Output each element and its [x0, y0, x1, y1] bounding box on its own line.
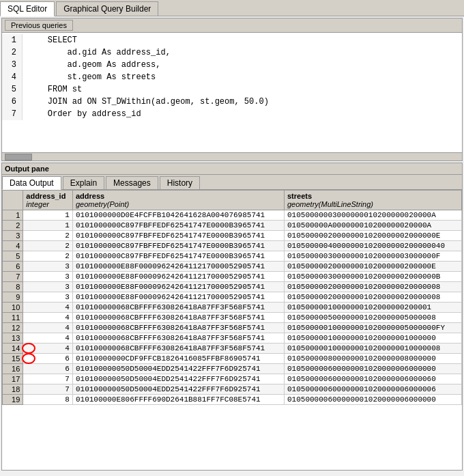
cell-address: 0101000000E88F00009624264112170000529​05… [72, 282, 284, 292]
cell-address-id: 4 [23, 303, 73, 313]
output-pane: Output pane Data Output Explain Messages… [1, 163, 463, 471]
col-header-rownum [3, 191, 23, 210]
line-text: Order by address_id [23, 108, 141, 120]
cell-address: 010100000068CBFFFF630826418A87FF3F568F57… [72, 344, 284, 354]
cell-streets: 010500000600000001020000006000000 [284, 395, 461, 405]
line-text: ad.geom As address, [23, 59, 160, 71]
cell-address: 010100000E806FFFF690D2641B881FF7FC08E574… [72, 395, 284, 405]
cell-streets: 010500000500000001020000005000008 [284, 313, 461, 323]
cell-address: 0101000000C897FBFFEDF62541747E0000B39657… [72, 231, 284, 241]
cell-address: 010100000068CBFFFF630826418A87FF3F568F57… [72, 303, 284, 313]
cell-address-id: 1 [23, 221, 73, 231]
table-row: 630101000000E88F00009624264112170000529​… [3, 262, 462, 272]
cell-address-id: 3 [23, 292, 73, 303]
row-number: 7 [3, 272, 23, 282]
line-number: 6 [2, 96, 23, 108]
cell-address: 010100000068CBFFFF630826418A87FF3F568F57… [72, 333, 284, 344]
tab-graphical-query-builder[interactable]: Graphical Query Builder [56, 1, 158, 16]
table-row: 320101000000C897FBFFEDF62541747E0000B396… [3, 231, 462, 241]
table-row: 187010100000050D50004EDD2541422FFF7F6D92… [3, 384, 462, 395]
cell-address: 0101000000E88F000096242641121700005290​5… [72, 272, 284, 282]
line-number: 7 [2, 108, 23, 120]
row-number: 13 [3, 333, 23, 344]
table-row: 420101000000C897FBFFEDF62541747E0000B396… [3, 241, 462, 251]
prev-queries-tab[interactable]: Previous queries [5, 20, 73, 31]
tab-data-output[interactable]: Data Output [2, 176, 61, 190]
row-number: 1 [3, 210, 23, 221]
tab-messages[interactable]: Messages [106, 176, 158, 189]
circle-highlight [22, 343, 35, 354]
data-table-container[interactable]: address_idintegeraddressgeometry(Point)s… [2, 190, 462, 470]
table-row: 134010100000068CBFFFF630826418A87FF3F568… [3, 333, 462, 344]
cell-address-id: 1 [23, 210, 73, 221]
cell-address-id: 4 [23, 333, 73, 344]
tab-history[interactable]: History [160, 176, 200, 189]
cell-address: 0101000000C897FBFFEDF62541747E0000B39657… [72, 241, 284, 251]
cell-streets: 010500000200000001020000002000000​8 [284, 292, 461, 303]
row-number: 8 [3, 282, 23, 292]
scrollbar-thumb[interactable] [5, 154, 32, 160]
cell-streets: 01050000010000000102000000200001 [284, 303, 461, 313]
row-number: 2 [3, 221, 23, 231]
line-text: JOIN ad ON ST_DWithin(ad.geom, st.geom, … [23, 96, 269, 108]
tab-explain[interactable]: Explain [63, 176, 104, 189]
cell-address: 01010000000CDF9FFCB182641​6085FFBF869057… [72, 354, 284, 364]
col-header-address: addressgeometry(Point) [72, 191, 284, 210]
top-tab-bar: SQL Editor Graphical Query Builder [0, 0, 464, 16]
table-row: 198010100000E806FFFF690D2641B881FF7FC08E… [3, 395, 462, 405]
cell-address-id: 6 [23, 354, 73, 364]
cell-address-id: 8 [23, 395, 73, 405]
tab-sql-editor[interactable]: SQL Editor [0, 1, 55, 16]
data-table: address_idintegeraddressgeometry(Point)s… [2, 190, 462, 405]
cell-address: 0101000000C897FBFFEDF62541747E0000B39657… [72, 251, 284, 262]
table-row: 15601010000000CDF9FFCB182641​6085FFBF869… [3, 354, 462, 364]
cell-streets: 010500000300000001020000003000000F [284, 251, 461, 262]
cell-streets: 010500000800000001020000008000000 [284, 354, 461, 364]
cell-address-id: 6 [23, 364, 73, 374]
row-number: 9 [3, 292, 23, 303]
table-row: 124010100000068CBFFFF630826418A87FF3F568… [3, 323, 462, 333]
row-number: 12 [3, 323, 23, 333]
cell-address: 0101000000E88F00009624264112170000529​05… [72, 262, 284, 272]
row-number: 5 [3, 251, 23, 262]
line-number: 1 [2, 34, 23, 46]
prev-queries-bar: Previous queries [2, 18, 462, 33]
cell-address-id: 3 [23, 282, 73, 292]
row-number: 18 [3, 384, 23, 395]
row-number: 19 [3, 395, 23, 405]
row-number: 3 [3, 231, 23, 241]
cell-address-id: 3 [23, 272, 73, 282]
cell-streets: 01050000003000000010200000020000A [284, 210, 461, 221]
line-text: ad.gid As address_id, [23, 46, 171, 59]
sql-horizontal-scrollbar[interactable] [2, 152, 462, 160]
line-number: 5 [2, 83, 23, 96]
cell-address: 010100000068CBFFFF630826418A87FF3F568F57… [72, 313, 284, 323]
cell-streets: 010500000600000001020000006000060 [284, 374, 461, 384]
row-number: 10 [3, 303, 23, 313]
table-row: 144010100000068CBFFFF630826418A87FF3F568… [3, 344, 462, 354]
col-header-address_id: address_idinteger [23, 191, 73, 210]
cell-streets: 010500000600000001020000006000000 [284, 364, 461, 374]
cell-streets: 01050000040000000102000000200000040 [284, 241, 461, 251]
table-row: 114010100000068CBFFFF630826418A87FF3F568… [3, 313, 462, 323]
cell-address-id: 2 [23, 241, 73, 251]
sql-editor-panel: Previous queries 1 SELECT2 ad.gid As add… [1, 18, 463, 161]
cell-address-id: 4 [23, 344, 73, 354]
sql-line: 7 Order by address_id [2, 108, 462, 120]
sql-line: 4 st.geom As streets [2, 71, 462, 83]
cell-address-id: 3 [23, 262, 73, 272]
line-text: st.geom As streets [23, 71, 156, 83]
cell-address: 0101000000C897FBFFEDF62541747E0000B39657… [72, 221, 284, 231]
cell-streets: 010500000A000000010200000020000A [284, 221, 461, 231]
line-number: 4 [2, 71, 23, 83]
cell-address: 010100000050D50004EDD25​41422FFF7F6D9257… [72, 364, 284, 374]
row-number: 4 [3, 241, 23, 251]
cell-address-id: 4 [23, 313, 73, 323]
sql-content[interactable]: 1 SELECT2 ad.gid As address_id,3 ad.geom… [2, 33, 462, 152]
cell-streets: 010500000100000001020000001000000​8 [284, 344, 461, 354]
row-number: 15 [3, 354, 23, 364]
cell-address-id: 7 [23, 384, 73, 395]
cell-address-id: 2 [23, 231, 73, 241]
cell-address-id: 2 [23, 251, 73, 262]
cell-address-id: 4 [23, 323, 73, 333]
